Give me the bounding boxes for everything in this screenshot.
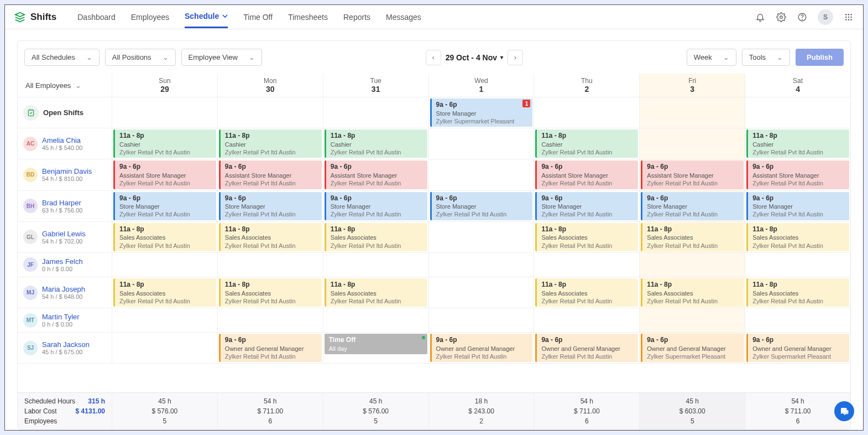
day-cell[interactable]	[534, 308, 639, 332]
day-cell[interactable]: 9a - 6pAssistant Store ManagerZylker Ret…	[745, 159, 850, 190]
shift-block[interactable]: 9a - 6pAssistant Store ManagerZylker Ret…	[325, 160, 427, 189]
employee-name-link[interactable]: Benjamin Davis	[42, 167, 92, 175]
day-cell[interactable]	[745, 253, 850, 277]
day-cell[interactable]: 9a - 6pOwner and General ManagerZylker R…	[534, 333, 639, 363]
day-cell[interactable]: 11a - 8pCashierZylker Retail Pvt ltd Aus…	[534, 128, 639, 159]
day-cell[interactable]: 11a - 8pSales AssociatesZylker Retail Pv…	[112, 277, 217, 308]
employee-view-select[interactable]: Employee View⌄	[181, 49, 262, 66]
day-cell[interactable]	[639, 253, 745, 277]
shift-block[interactable]: 11a - 8pCashierZylker Retail Pvt ltd Aus…	[219, 130, 322, 158]
day-cell[interactable]	[112, 308, 217, 332]
day-cell[interactable]: 9a - 6pOwner and General ManagerZylker R…	[428, 333, 534, 363]
day-cell[interactable]	[639, 308, 745, 332]
nav-messages[interactable]: Messages	[386, 6, 421, 28]
day-cell[interactable]	[428, 253, 534, 277]
day-cell[interactable]	[534, 253, 639, 277]
day-cell[interactable]	[428, 159, 534, 190]
shift-block[interactable]: 9a - 6pStore ManagerZylker Retail Pvt lt…	[430, 192, 533, 220]
day-cell[interactable]: 9a - 6pStore ManagerZylker Supermarket P…	[428, 97, 534, 128]
shift-block[interactable]: 9a - 6pOwner and General ManagerZylker R…	[430, 334, 533, 362]
day-cell[interactable]	[323, 97, 428, 128]
shift-block[interactable]: 11a - 8pSales AssociatesZylker Retail Pv…	[746, 278, 849, 307]
shift-block[interactable]: 11a - 8pSales AssociatesZylker Retail Pv…	[325, 223, 427, 251]
day-cell[interactable]	[112, 97, 217, 128]
day-cell[interactable]	[639, 97, 745, 128]
day-cell[interactable]: 9a - 6pAssistant Store ManagerZylker Ret…	[639, 159, 745, 190]
shift-block[interactable]: 9a - 6pStore ManagerZylker Retail Pvt lt…	[113, 192, 216, 220]
day-cell[interactable]: 11a - 8pSales AssociatesZylker Retail Pv…	[534, 222, 639, 252]
employee-name-link[interactable]: Maria Joseph	[42, 285, 85, 293]
day-cell[interactable]: 9a - 6pAssistant Store ManagerZylker Ret…	[323, 159, 428, 190]
shift-block[interactable]: 11a - 8pSales AssociatesZylker Retail Pv…	[535, 278, 638, 307]
shift-block[interactable]: 9a - 6pStore ManagerZylker Retail Pvt lt…	[746, 192, 849, 220]
day-cell[interactable]: 11a - 8pSales AssociatesZylker Retail Pv…	[217, 222, 323, 252]
day-cell[interactable]: 9a - 6pOwner and General ManagerZylker S…	[745, 333, 850, 363]
shift-block[interactable]: 9a - 6pOwner and General ManagerZylker S…	[746, 334, 849, 362]
help-icon[interactable]	[797, 12, 808, 23]
day-cell[interactable]	[323, 253, 428, 277]
all-positions-select[interactable]: All Positions⌄	[105, 49, 176, 66]
shift-block[interactable]: 11a - 8pSales AssociatesZylker Retail Pv…	[219, 278, 322, 307]
employee-name-link[interactable]: Amelia Chia	[42, 136, 82, 144]
week-select[interactable]: Week⌄	[687, 49, 736, 66]
shift-block[interactable]: 11a - 8pSales AssociatesZylker Retail Pv…	[113, 223, 216, 251]
day-cell[interactable]	[428, 128, 534, 159]
employee-name-link[interactable]: Gabriel Lewis	[42, 230, 86, 238]
day-cell[interactable]	[112, 253, 217, 277]
prev-week-button[interactable]: ‹	[426, 50, 441, 65]
day-cell[interactable]	[639, 128, 745, 159]
shift-block[interactable]: 11a - 8pCashierZylker Retail Pvt ltd Aus…	[535, 130, 638, 158]
day-cell[interactable]: 9a - 6pStore ManagerZylker Retail Pvt lt…	[217, 191, 323, 221]
shift-block[interactable]: 11a - 8pCashierZylker Retail Pvt ltd Aus…	[325, 130, 427, 158]
day-cell[interactable]	[323, 308, 428, 332]
shift-block[interactable]: 9a - 6pStore ManagerZylker Retail Pvt lt…	[535, 192, 638, 220]
day-cell[interactable]: 11a - 8pCashierZylker Retail Pvt ltd Aus…	[217, 128, 323, 159]
all-employees-filter[interactable]: All Employees ⌄	[18, 74, 112, 97]
shift-block[interactable]: 11a - 8pSales AssociatesZylker Retail Pv…	[113, 278, 216, 307]
apps-icon[interactable]	[843, 12, 854, 23]
day-cell[interactable]: 9a - 6pAssistant Store ManagerZylker Ret…	[217, 159, 323, 190]
day-cell[interactable]	[745, 308, 850, 332]
day-cell[interactable]: 11a - 8pCashierZylker Retail Pvt ltd Aus…	[745, 128, 850, 159]
shift-block[interactable]: Time OffAll day	[325, 334, 427, 354]
day-cell[interactable]: 9a - 6pStore ManagerZylker Retail Pvt lt…	[745, 191, 850, 221]
day-cell[interactable]: 9a - 6pOwner and General ManagerZylker R…	[217, 333, 323, 363]
nav-timesheets[interactable]: Timesheets	[288, 6, 328, 28]
avatar[interactable]: S	[818, 9, 833, 25]
nav-employees[interactable]: Employees	[131, 6, 169, 28]
chat-bubble-button[interactable]	[834, 401, 854, 421]
day-cell[interactable]	[112, 333, 217, 363]
nav-schedule[interactable]: Schedule	[185, 6, 228, 28]
shift-block[interactable]: 9a - 6pAssistant Store ManagerZylker Ret…	[113, 160, 216, 189]
next-week-button[interactable]: ›	[508, 50, 523, 65]
shift-block[interactable]: 11a - 8pCashierZylker Retail Pvt ltd Aus…	[113, 130, 216, 158]
day-cell[interactable]: 11a - 8pSales AssociatesZylker Retail Pv…	[745, 277, 850, 308]
day-cell[interactable]: 11a - 8pSales AssociatesZylker Retail Pv…	[534, 277, 639, 308]
day-cell[interactable]	[428, 277, 534, 308]
day-cell[interactable]: 11a - 8pSales AssociatesZylker Retail Pv…	[112, 222, 217, 252]
nav-reports[interactable]: Reports	[343, 6, 370, 28]
day-cell[interactable]: 9a - 6pStore ManagerZylker Retail Pvt lt…	[112, 191, 217, 221]
shift-block[interactable]: 11a - 8pSales AssociatesZylker Retail Pv…	[219, 223, 322, 251]
day-cell[interactable]: 11a - 8pSales AssociatesZylker Retail Pv…	[217, 277, 323, 308]
shift-block[interactable]: 9a - 6pStore ManagerZylker Retail Pvt lt…	[641, 192, 744, 220]
shift-block[interactable]: 9a - 6pOwner and General ManagerZylker R…	[535, 334, 638, 362]
shift-block[interactable]: 9a - 6pAssistant Store ManagerZylker Ret…	[219, 160, 322, 189]
day-cell[interactable]: 11a - 8pCashierZylker Retail Pvt ltd Aus…	[112, 128, 217, 159]
day-cell[interactable]	[428, 222, 534, 252]
shift-block[interactable]: 9a - 6pOwner and General ManagerZylker S…	[641, 334, 744, 362]
shift-block[interactable]: 9a - 6pOwner and General ManagerZylker R…	[219, 334, 322, 362]
day-cell[interactable]: 11a - 8pSales AssociatesZylker Retail Pv…	[639, 222, 745, 252]
day-cell[interactable]: 9a - 6pAssistant Store ManagerZylker Ret…	[112, 159, 217, 190]
nav-dashboard[interactable]: Dashboard	[77, 6, 116, 28]
shift-block[interactable]: 11a - 8pSales AssociatesZylker Retail Pv…	[746, 223, 849, 251]
day-cell[interactable]: 9a - 6pOwner and General ManagerZylker S…	[639, 333, 745, 363]
tools-select[interactable]: Tools⌄	[742, 49, 790, 66]
day-cell[interactable]: 11a - 8pSales AssociatesZylker Retail Pv…	[639, 277, 745, 308]
day-cell[interactable]	[428, 308, 534, 332]
date-range-button[interactable]: 29 Oct - 4 Nov▾	[446, 53, 503, 62]
employee-name-link[interactable]: Sarah Jackson	[42, 340, 90, 349]
day-cell[interactable]: 9a - 6pStore ManagerZylker Retail Pvt lt…	[428, 191, 534, 221]
nav-timeoff[interactable]: Time Off	[243, 6, 273, 28]
day-cell[interactable]: 11a - 8pSales AssociatesZylker Retail Pv…	[323, 222, 428, 252]
